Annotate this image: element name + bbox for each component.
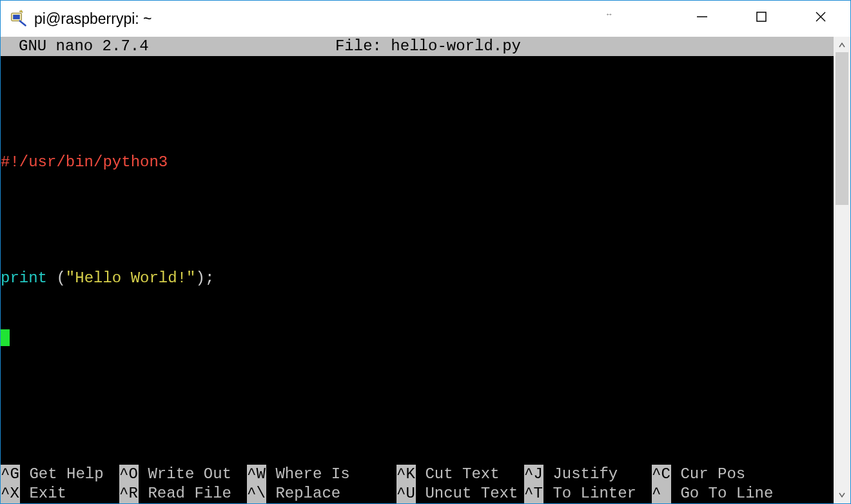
shortcut-label: Exit: [20, 484, 119, 503]
shortcut-key: ^K: [396, 465, 416, 484]
window-title: pi@raspberrypi: ~: [34, 1, 152, 37]
nano-filename: File: hello-world.py: [335, 37, 834, 56]
nano-shortcut: ^W Where Is: [247, 465, 396, 484]
nano-shortcut: ^O Write Out: [119, 465, 247, 484]
nano-shortcut: ^J Justify: [524, 465, 652, 484]
code-shebang: #!/usr/bin/python3: [1, 153, 168, 171]
nano-shortcut: ^G Get Help: [1, 465, 119, 484]
shortcut-label: To Linter: [543, 484, 645, 503]
nano-header: GNU nano 2.7.4 File: hello-world.py: [1, 37, 834, 56]
shortcut-key: ^X: [1, 484, 20, 503]
putty-window: pi@raspberrypi: ~ ↔ GNU nano 2.7.4 File:…: [0, 0, 851, 504]
nano-shortcut-bar: ^G Get Help ^O Write Out ^W Where Is ^K …: [1, 465, 834, 503]
shortcut-label: Justify: [543, 465, 645, 484]
nano-shortcut: ^C Cur Pos: [652, 465, 779, 484]
shortcut-label: Uncut Text: [416, 484, 518, 503]
resize-indicator-icon: ↔: [605, 10, 612, 19]
shortcut-label: Go To Line: [671, 484, 773, 503]
shortcut-key: ^W: [247, 465, 266, 484]
nano-shortcut: ^R Read File: [119, 484, 247, 503]
shortcut-key: ^G: [1, 465, 20, 484]
titlebar[interactable]: pi@raspberrypi: ~ ↔: [1, 1, 850, 37]
nano-shortcut: ^ Go To Line: [652, 484, 779, 503]
window-controls: [672, 1, 850, 37]
shortcut-key: ^T: [524, 484, 543, 503]
scroll-down-button[interactable]: [835, 488, 849, 502]
nano-shortcut: ^K Cut Text: [396, 465, 524, 484]
nano-version: GNU nano 2.7.4: [1, 37, 335, 56]
shortcut-key: ^U: [396, 484, 416, 503]
shortcut-key: ^R: [119, 484, 139, 503]
shortcut-key: ^J: [524, 465, 543, 484]
code-line-print: print ("Hello World!");: [1, 269, 834, 288]
shortcut-key: ^O: [119, 465, 139, 484]
terminal[interactable]: GNU nano 2.7.4 File: hello-world.py #!/u…: [1, 37, 834, 503]
scroll-up-button[interactable]: [835, 38, 849, 52]
svg-rect-3: [757, 12, 766, 21]
svg-rect-1: [13, 15, 20, 19]
maximize-button[interactable]: [732, 1, 791, 33]
cursor: [1, 329, 10, 346]
shortcut-label: Replace: [266, 484, 368, 503]
editor-body[interactable]: #!/usr/bin/python3 print ("Hello World!"…: [1, 56, 834, 385]
shortcut-label: Where Is: [266, 465, 368, 484]
shortcut-key: ^\: [247, 484, 266, 503]
putty-icon: [10, 10, 28, 28]
shortcut-key: ^: [652, 484, 671, 503]
scroll-thumb[interactable]: [836, 52, 848, 205]
close-button[interactable]: [791, 1, 850, 33]
shortcut-key: ^C: [652, 465, 671, 484]
minimize-button[interactable]: [672, 1, 732, 33]
shortcut-label: Cur Pos: [671, 465, 745, 484]
scroll-track[interactable]: [834, 52, 850, 488]
shortcut-label: Get Help: [20, 465, 119, 484]
shortcut-label: Read File: [139, 484, 240, 503]
nano-shortcut: ^X Exit: [1, 484, 119, 503]
vertical-scrollbar[interactable]: [834, 37, 850, 503]
nano-shortcut: ^\ Replace: [247, 484, 396, 503]
shortcut-label: Cut Text: [416, 465, 518, 484]
nano-shortcut: ^U Uncut Text: [396, 484, 524, 503]
shortcut-label: Write Out: [139, 465, 240, 484]
nano-shortcut: ^T To Linter: [524, 484, 652, 503]
